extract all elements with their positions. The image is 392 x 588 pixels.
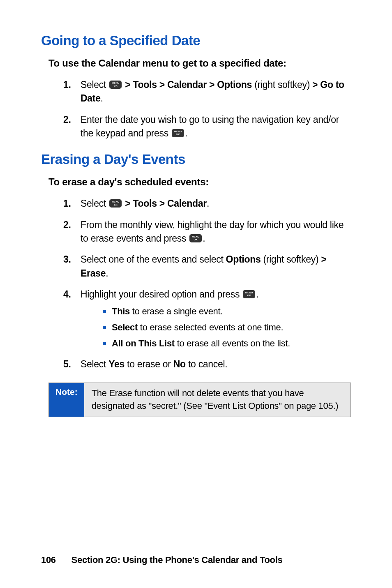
- step-2-4: 4. Highlight your desired option and pre…: [63, 288, 351, 350]
- step-text: .: [106, 268, 108, 279]
- steps-going-to-date: 1. Select > Tools > Calendar > Options (…: [41, 78, 351, 140]
- bullet-bold: All on This List: [112, 338, 175, 348]
- step-2-1: 1. Select > Tools > Calendar.: [63, 197, 351, 210]
- note-box: Note: The Erase function will not delete…: [48, 383, 351, 417]
- step-text: Select: [81, 79, 108, 90]
- step-bold: > Tools > Calendar > Options: [125, 79, 252, 90]
- step-text: Enter the date you wish to go to using t…: [81, 114, 339, 138]
- step-text: .: [101, 93, 103, 104]
- step-2-5: 5. Select Yes to erase or No to cancel.: [63, 357, 351, 371]
- step-text: Select: [81, 198, 108, 209]
- step-number: 1.: [63, 197, 71, 210]
- step-text: (right softkey): [261, 254, 321, 265]
- note-content: The Erase function will not delete event…: [84, 383, 350, 417]
- page-number: 106: [41, 555, 56, 565]
- bullet-text: to erase selected events at one time.: [138, 322, 283, 332]
- step-text: From the monthly view, highlight the day…: [81, 219, 344, 244]
- step-text: Highlight your desired option and press: [81, 289, 242, 300]
- step-text: .: [203, 233, 205, 244]
- subheading-calendar-date: To use the Calendar menu to get to a spe…: [41, 58, 351, 69]
- heading-erasing-events: Erasing a Day's Events: [41, 152, 351, 167]
- menu-ok-key-icon: [243, 290, 255, 298]
- section-title: Section 2G: Using the Phone's Calendar a…: [71, 555, 283, 565]
- step-1-2: 2. Enter the date you wish to go to usin…: [63, 113, 351, 141]
- step-text: Select: [81, 359, 108, 369]
- steps-erasing-events: 1. Select > Tools > Calendar. 2. From th…: [41, 197, 351, 371]
- page-footer: 106Section 2G: Using the Phone's Calenda…: [41, 555, 282, 565]
- heading-going-to-date: Going to a Specified Date: [41, 33, 351, 48]
- step-text: .: [256, 289, 258, 300]
- step-text: Select one of the events and select: [81, 254, 226, 265]
- bullet-bold: Select: [112, 322, 138, 332]
- step-2-3: 3. Select one of the events and select O…: [63, 253, 351, 280]
- step-bold: No: [173, 359, 186, 369]
- step-number: 1.: [63, 78, 71, 92]
- step-text: to erase or: [125, 359, 173, 369]
- step-text: to cancel.: [186, 359, 228, 369]
- bullet-select: Select to erase selected events at one t…: [103, 321, 351, 334]
- bullet-bold: This: [112, 306, 130, 316]
- step-text: (right softkey): [252, 79, 312, 90]
- step-number: 2.: [63, 113, 71, 127]
- step-number: 2.: [63, 218, 71, 232]
- bullet-text: to erase all events on the list.: [175, 338, 290, 348]
- menu-ok-key-icon: [189, 234, 202, 242]
- step-2-4-bullets: This to erase a single event. Select to …: [81, 305, 351, 350]
- step-bold: > Tools > Calendar: [125, 198, 207, 209]
- step-number: 5.: [63, 357, 71, 371]
- note-label: Note:: [49, 383, 84, 417]
- step-text: .: [185, 128, 187, 138]
- menu-ok-key-icon: [109, 81, 122, 89]
- bullet-all-on-list: All on This List to erase all events on …: [103, 337, 351, 350]
- step-number: 4.: [63, 288, 71, 301]
- step-1-1: 1. Select > Tools > Calendar > Options (…: [63, 78, 351, 106]
- menu-ok-key-icon: [109, 199, 122, 208]
- subheading-erase-events: To erase a day's scheduled events:: [41, 176, 351, 188]
- step-2-2: 2. From the monthly view, highlight the …: [63, 218, 351, 246]
- bullet-this: This to erase a single event.: [103, 305, 351, 318]
- menu-ok-key-icon: [172, 129, 184, 137]
- bullet-text: to erase a single event.: [130, 306, 223, 316]
- step-bold: Options: [226, 254, 261, 265]
- step-bold: Yes: [108, 359, 125, 369]
- step-text: .: [207, 198, 209, 209]
- step-number: 3.: [63, 253, 71, 266]
